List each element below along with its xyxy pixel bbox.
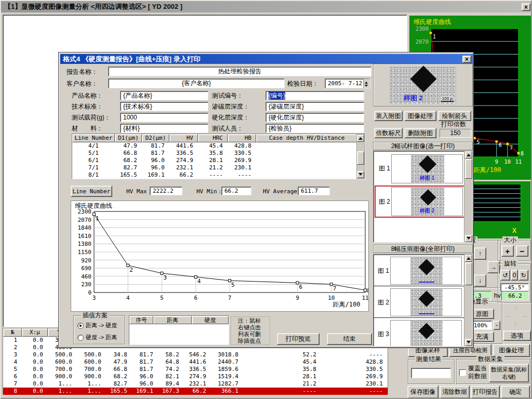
material-value: {材料} bbox=[123, 124, 140, 133]
scrollbar-thumb[interactable] bbox=[465, 262, 472, 285]
rotate-ccw-button[interactable]: ↺ bbox=[500, 270, 510, 281]
hv-max-field[interactable]: 2222.2 bbox=[150, 187, 182, 195]
table-row[interactable]: 60.0900.0900.068.296.082.1274.91519.428.… bbox=[3, 373, 388, 380]
table-row[interactable]: 80.01...1...165.5169.1167.366.2366.1----… bbox=[3, 388, 388, 395]
test-no-field[interactable]: {编号} bbox=[265, 91, 364, 100]
image-process-button[interactable]: 图像处理 bbox=[404, 111, 436, 121]
material-field[interactable]: {材料} bbox=[120, 124, 208, 133]
table-row[interactable]: 50.0700.0700.066.881.774.2336.51859.635.… bbox=[3, 366, 388, 373]
scrollbar-thumb[interactable] bbox=[465, 159, 472, 179]
table-row[interactable]: 8/1165.5169.166.2-------- bbox=[72, 171, 365, 179]
standard-label: 技术标准： bbox=[72, 103, 103, 111]
svg-text:920: 920 bbox=[81, 257, 91, 264]
size-minus-button[interactable]: − bbox=[516, 245, 528, 257]
zoom-minus-button[interactable]: - bbox=[493, 321, 500, 330]
scale-ruler-button[interactable]: 倍数标尺 bbox=[374, 128, 403, 138]
results-table-scrollbar[interactable] bbox=[356, 134, 365, 179]
dialog-close-button[interactable]: × bbox=[462, 56, 471, 63]
fill-view-label: 充满 bbox=[476, 332, 488, 341]
svg-text:5: 5 bbox=[477, 139, 480, 145]
rotate-cw-button[interactable]: ↻ bbox=[518, 270, 528, 281]
rotate-value: -45.5° bbox=[504, 284, 525, 291]
svg-text:8: 8 bbox=[367, 287, 368, 294]
table-cell: 68.2 bbox=[115, 157, 142, 164]
load-attach-button[interactable]: 装入附图 bbox=[374, 111, 403, 121]
indent-list-scrollbar[interactable] bbox=[464, 255, 472, 346]
end-button[interactable]: 结束 bbox=[327, 333, 372, 345]
delete-attach-button[interactable]: 删除附图 bbox=[404, 128, 436, 138]
rotate-zero-button[interactable]: 0 bbox=[511, 270, 518, 281]
draw-arrow-button[interactable]: 绘制箭头 bbox=[438, 111, 471, 121]
table-row[interactable]: 5/166.881.7336.535.8330.5 bbox=[72, 150, 365, 157]
overwrite-checkbox[interactable] bbox=[459, 369, 466, 376]
scroll-down-button[interactable] bbox=[465, 235, 472, 242]
print-report-label: 打印报告 bbox=[473, 388, 498, 396]
hv-value-field: 66.2 bbox=[501, 291, 529, 300]
table-cell: 274.9 bbox=[169, 157, 198, 164]
hv-min-field[interactable]: 66.2 bbox=[221, 187, 251, 195]
hard-to-dist-label: 硬度 -> 距离 bbox=[86, 334, 117, 341]
scroll-up-button[interactable] bbox=[357, 135, 364, 142]
list-item-selected[interactable]: 图 2 样图 2 bbox=[375, 185, 465, 218]
window-close-button[interactable]: × bbox=[522, 3, 530, 11]
table-row[interactable]: 7/182.796.0232.121.2230.1 bbox=[72, 164, 365, 171]
sample-thumbnail: 样图 2 bbox=[391, 187, 463, 216]
table-row[interactable]: 70.01...1...82.796.089.4232.11282.721.22… bbox=[3, 380, 388, 388]
interp-points-table[interactable]: 序号距离硬度 bbox=[129, 315, 229, 345]
hardened-depth-field[interactable]: {硬化层深度} bbox=[265, 113, 364, 122]
list-item[interactable]: 图 1 样图 1 bbox=[375, 154, 464, 184]
hv-average-field[interactable]: 611.7 bbox=[298, 187, 330, 195]
scroll-down-button[interactable] bbox=[465, 339, 472, 346]
options-button[interactable]: 选项 bbox=[503, 330, 531, 341]
sample-list-scrollbar[interactable] bbox=[464, 151, 472, 242]
table-cell: 47.9 bbox=[115, 142, 142, 150]
clear-data-button[interactable]: 清除数据 bbox=[440, 385, 470, 398]
table-row[interactable]: 6/168.296.0274.928.1269.9 bbox=[72, 157, 365, 164]
report-name-field[interactable]: 热处理检验报告 bbox=[108, 66, 371, 76]
standard-field[interactable]: {技术标准} bbox=[120, 102, 208, 111]
dist-to-hard-radio[interactable] bbox=[77, 323, 84, 329]
column-header: 距离 bbox=[153, 316, 192, 324]
overwrite-label: 覆盖当前数据 bbox=[468, 365, 489, 380]
carburized-depth-field[interactable]: {渗碳层深度} bbox=[265, 102, 364, 111]
scroll-up-button[interactable] bbox=[465, 255, 472, 262]
move-up-button[interactable]: ↑ bbox=[474, 247, 486, 260]
save-image-button[interactable]: 保存图像 bbox=[407, 385, 438, 398]
window-titlebar: 【1】显微硬度图像测量分析 <用四边调整选区> [ YD 2002 ] bbox=[1, 1, 531, 12]
column-header: HRC bbox=[198, 134, 228, 142]
svg-text:5: 5 bbox=[160, 295, 164, 301]
print-report-button[interactable]: 打印报告 bbox=[471, 385, 500, 398]
scroll-down-button[interactable] bbox=[357, 171, 364, 178]
table-row[interactable]: 30.0500.0500.034.881.758.2546.23018.852.… bbox=[3, 351, 388, 358]
print-scale-field[interactable]: 150 bbox=[440, 129, 471, 138]
ok-button[interactable]: 确定 bbox=[501, 385, 530, 398]
tester-field[interactable]: {检验员} bbox=[265, 124, 364, 133]
material-label: 材 料： bbox=[72, 125, 103, 132]
scroll-up-button[interactable] bbox=[465, 151, 472, 158]
line-number-button[interactable]: Line Number bbox=[71, 185, 112, 197]
hv-min-label: HV Min： bbox=[196, 188, 223, 195]
table-row[interactable]: 4/147.981.7441.645.4428.8 bbox=[72, 142, 365, 150]
test-load-field[interactable]: 1000 bbox=[120, 113, 208, 122]
customer-name-field[interactable]: {客户名称} bbox=[108, 78, 285, 88]
table-row[interactable]: 40.0600.0600.047.981.764.8441.62440.745.… bbox=[3, 358, 388, 366]
list-item[interactable]: 图 1 bbox=[374, 256, 464, 286]
pan-cross-control[interactable]: ↑ ← → ↓ bbox=[504, 304, 529, 328]
date-spinner[interactable] bbox=[363, 79, 370, 88]
hard-to-dist-radio[interactable] bbox=[77, 335, 84, 341]
list-item[interactable]: 图 3 bbox=[374, 319, 464, 347]
svg-text:6: 6 bbox=[299, 284, 303, 290]
table-cell: ---- bbox=[321, 351, 388, 358]
move-down-button[interactable]: ↓ bbox=[474, 274, 486, 287]
scrollbar-thumb[interactable] bbox=[357, 151, 364, 165]
size-plus-button[interactable]: + bbox=[501, 245, 514, 257]
table-cell: 1519.4 bbox=[211, 373, 243, 380]
table-cell: 34.8 bbox=[106, 351, 132, 358]
inspect-date-field[interactable]: 2005- 7-12 bbox=[325, 78, 370, 88]
measure-result-field[interactable] bbox=[411, 368, 451, 378]
list-item[interactable]: 图 2 bbox=[374, 287, 464, 318]
product-name-field[interactable]: {产品名称} bbox=[120, 91, 208, 100]
print-preview-button[interactable]: 打印预览 bbox=[277, 333, 320, 345]
table-cell: 81.7 bbox=[142, 150, 169, 157]
acquire-data-button[interactable]: 数据采集(鼠标右键) bbox=[489, 364, 529, 382]
